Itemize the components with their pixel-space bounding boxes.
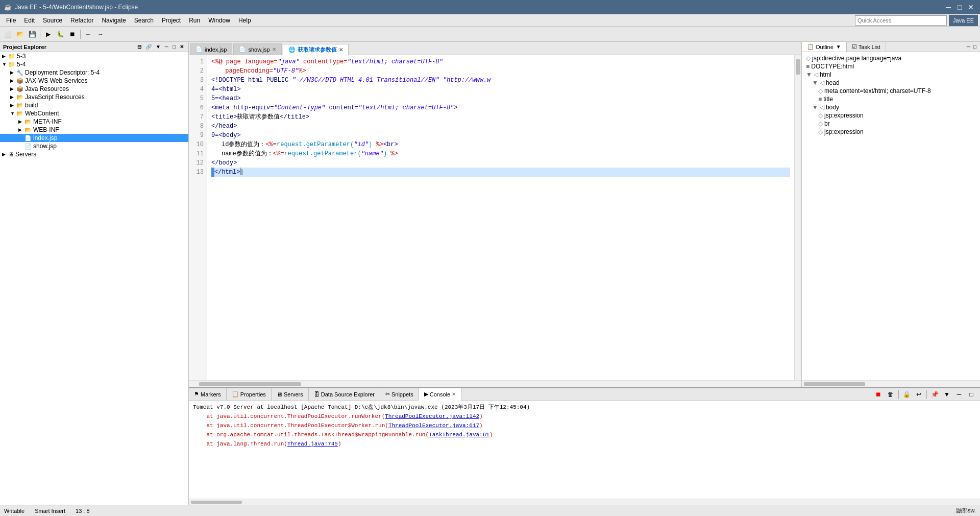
console-menu[interactable]: ▼: [941, 389, 952, 400]
datasource-icon: 🗄: [314, 391, 320, 397]
tab-task-list[interactable]: ☑ Task List: [847, 42, 886, 52]
datasource-label: Data Source Explorer: [321, 391, 375, 397]
tab-close-show-jsp[interactable]: ✕: [272, 46, 276, 52]
tb-run[interactable]: ▶: [42, 29, 54, 40]
editor-scrollbar[interactable]: [794, 55, 801, 380]
menu-window[interactable]: Window: [204, 16, 234, 25]
ot-jsp-expr-2[interactable]: ◇ jsp:expression: [804, 128, 978, 136]
console-server-info: Tomcat v7.0 Server at localhost [Apache …: [193, 404, 530, 410]
console-word-wrap[interactable]: ↩: [913, 389, 924, 400]
editor-hscroll[interactable]: [189, 380, 801, 387]
tree-item-build[interactable]: ▶ 📂 build: [0, 101, 188, 109]
menu-edit[interactable]: Edit: [20, 16, 39, 25]
tab-show-jsp[interactable]: 📄 show.jsp ✕: [233, 43, 281, 55]
ot-jsp-expr-1[interactable]: ◇ jsp:expression: [804, 111, 978, 120]
console-link-1[interactable]: ThreadPoolExecutor.java:1142: [385, 413, 479, 419]
minimize-panel-icon[interactable]: ─: [163, 43, 170, 50]
console-minimize[interactable]: ─: [953, 389, 965, 400]
console-pin[interactable]: 📌: [929, 389, 940, 400]
bottom-hscroll[interactable]: [189, 499, 980, 505]
perspective-button[interactable]: Java EE: [949, 15, 978, 26]
menu-navigate[interactable]: Navigate: [97, 16, 130, 25]
menu-source[interactable]: Source: [39, 16, 66, 25]
tree-item-jaxws[interactable]: ▶ 📦 JAX-WS Web Services: [0, 77, 188, 85]
ot-doctype[interactable]: ■ DOCTYPE:html: [804, 62, 978, 71]
ot-head[interactable]: ▼ ◁ head: [804, 79, 978, 87]
tree-item-index-jsp[interactable]: 📄 index.jsp: [0, 134, 188, 142]
collapse-all-icon[interactable]: ⊟: [136, 43, 143, 50]
menu-file[interactable]: File: [2, 16, 20, 25]
tree-item-5-3[interactable]: ▶ 📁 5-3: [0, 52, 188, 60]
tab-console[interactable]: ▶ Console ✕: [419, 388, 461, 401]
tab-get-params[interactable]: 🌐 获取请求参数值 ✕: [283, 44, 349, 55]
tab-datasource[interactable]: 🗄 Data Source Explorer: [309, 388, 380, 401]
ot-html[interactable]: ▼ ◁ html: [804, 71, 978, 79]
code-editor[interactable]: <%@ page language="java" contentType="te…: [207, 55, 794, 380]
outline-minimize[interactable]: ─: [965, 43, 972, 50]
tab-properties[interactable]: 📋 Properties: [227, 388, 272, 401]
tb-forward[interactable]: →: [95, 29, 106, 40]
ot-body[interactable]: ▼ ◁ body: [804, 103, 978, 111]
menu-help[interactable]: Help: [234, 16, 255, 25]
tab-icon-show-jsp: 📄: [239, 46, 246, 53]
console-link-3[interactable]: TaskThread.java:61: [429, 432, 489, 438]
tb-new[interactable]: ⬜: [2, 29, 13, 40]
ot-br[interactable]: ◇ br: [804, 120, 978, 128]
outline-maximize[interactable]: □: [972, 43, 978, 50]
quick-access-input[interactable]: [855, 15, 947, 26]
tab-close-get-params[interactable]: ✕: [339, 47, 343, 53]
outline-hscroll[interactable]: [802, 380, 980, 387]
menu-project[interactable]: Project: [158, 16, 185, 25]
index-jsp-icon: 📄: [24, 135, 32, 142]
tree-item-java-resources[interactable]: ▶ 📦 Java Resources: [0, 85, 188, 93]
console-stop-btn[interactable]: ⏹: [873, 389, 884, 400]
minimize-button[interactable]: ─: [943, 2, 953, 12]
link-icon[interactable]: 🔗: [144, 43, 153, 50]
tree-item-web-inf[interactable]: ▶ 📂 WEB-INF: [0, 126, 188, 134]
tree-arrow-jaxws: ▶: [10, 78, 16, 83]
close-panel-icon[interactable]: ✕: [178, 43, 185, 50]
tb-debug[interactable]: 🐛: [55, 29, 66, 40]
tree-label-js-resources: JavaScript Resources: [25, 93, 85, 101]
tree-item-webcontent[interactable]: ▼ 📂 WebContent: [0, 109, 188, 118]
console-maximize[interactable]: □: [966, 389, 977, 400]
tab-outline[interactable]: 📋 Outline ▼: [802, 42, 847, 52]
tree-arrow-servers: ▶: [2, 152, 8, 157]
ot-expr1-label: jsp:expression: [824, 112, 864, 119]
properties-label: Properties: [240, 391, 266, 397]
tab-snippets[interactable]: ✂ Snippets: [380, 388, 419, 401]
ot-title[interactable]: ■ title: [804, 95, 978, 103]
maximize-button[interactable]: □: [954, 2, 965, 12]
tb-stop[interactable]: ⏹: [67, 29, 78, 40]
toolbar: ⬜ 📂 💾 ▶ 🐛 ⏹ ← →: [0, 27, 980, 42]
close-button[interactable]: ✕: [966, 2, 976, 12]
tab-servers[interactable]: 🖥 Servers: [272, 388, 309, 401]
tree-label-jaxws: JAX-WS Web Services: [25, 77, 87, 84]
outline-tab-menu[interactable]: ▼: [836, 44, 841, 50]
menu-run[interactable]: Run: [185, 16, 204, 25]
tree-item-meta-inf[interactable]: ▶ 📂 META-INF: [0, 118, 188, 126]
console-link-4[interactable]: Thread.java:745: [287, 441, 338, 447]
tree-item-servers[interactable]: ▶ 🖥 Servers: [0, 150, 188, 158]
tb-save[interactable]: 💾: [27, 29, 38, 40]
maximize-panel-icon[interactable]: □: [171, 43, 177, 50]
console-tab-close[interactable]: ✕: [452, 391, 456, 397]
ot-directive[interactable]: ◇ jsp:directive.page language=java: [804, 54, 978, 62]
tree-label-servers: Servers: [15, 151, 36, 158]
tb-open[interactable]: 📂: [14, 29, 26, 40]
console-link-2[interactable]: ThreadPoolExecutor.java:617: [388, 423, 479, 429]
console-clear-btn[interactable]: 🗑: [885, 389, 896, 400]
ot-meta[interactable]: ◇ meta content=text/html; charset=UTF-8: [804, 87, 978, 95]
tree-item-js-resources[interactable]: ▶ 📂 JavaScript Resources: [0, 93, 188, 101]
quick-access-area: Java EE: [855, 15, 978, 26]
panel-menu-icon[interactable]: ▼: [154, 43, 162, 50]
console-scroll-lock[interactable]: 🔒: [901, 389, 912, 400]
tree-item-5-4[interactable]: ▼ 📁 5-4: [0, 60, 188, 68]
tb-back[interactable]: ←: [83, 29, 94, 40]
menu-refactor[interactable]: Refactor: [66, 16, 97, 25]
tree-item-deployment[interactable]: ▶ 🔧 Deployment Descriptor: 5-4: [0, 68, 188, 77]
menu-search[interactable]: Search: [130, 16, 158, 25]
tab-markers[interactable]: ⚑ Markers: [189, 388, 227, 401]
tree-item-show-jsp[interactable]: 📄 show.jsp: [0, 142, 188, 150]
tab-index-jsp[interactable]: 📄 index.jsp: [190, 43, 232, 55]
